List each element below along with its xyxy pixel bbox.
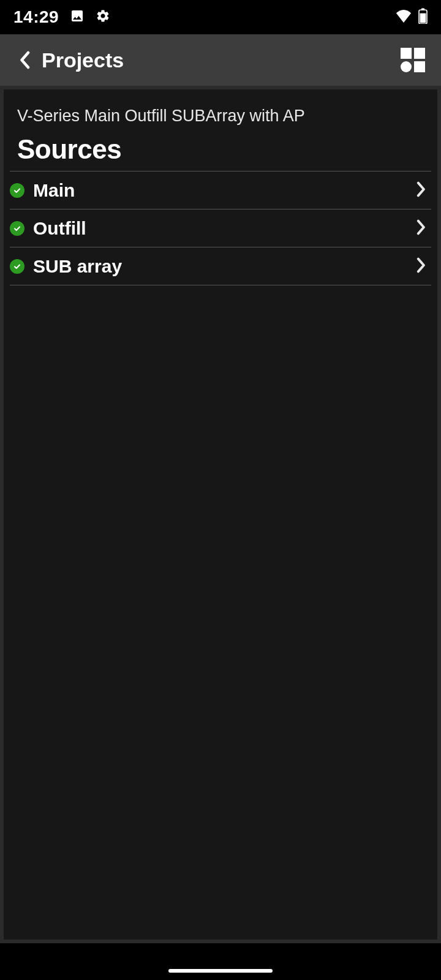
source-item-label: Main	[33, 180, 417, 201]
divider	[10, 285, 431, 285]
check-icon	[10, 221, 24, 236]
system-nav-bar	[0, 943, 441, 980]
source-item-sub-array[interactable]: SUB array	[4, 247, 437, 285]
status-time: 14:29	[13, 7, 59, 27]
image-icon	[70, 9, 85, 26]
home-indicator[interactable]	[168, 969, 273, 973]
grid-circle-icon	[401, 61, 412, 72]
grid-square-icon	[401, 48, 412, 59]
app-bar: Projects	[0, 34, 441, 86]
wifi-icon	[395, 9, 412, 25]
source-item-label: Outfill	[33, 218, 417, 239]
project-subtitle: V-Series Main Outfill SUBArray with AP	[4, 107, 437, 134]
check-icon	[10, 183, 24, 198]
grid-view-button[interactable]	[401, 48, 425, 72]
battery-icon	[418, 8, 428, 26]
grid-square-icon	[414, 61, 425, 72]
grid-square-icon	[414, 48, 425, 59]
content-wrap: V-Series Main Outfill SUBArray with AP S…	[0, 86, 441, 943]
check-icon	[10, 259, 24, 274]
svg-rect-2	[420, 13, 426, 23]
content-panel: V-Series Main Outfill SUBArray with AP S…	[4, 89, 437, 940]
source-item-outfill[interactable]: Outfill	[4, 209, 437, 247]
gear-icon	[96, 9, 110, 26]
section-heading: Sources	[4, 134, 437, 171]
back-button[interactable]	[12, 48, 37, 72]
source-item-main[interactable]: Main	[4, 172, 437, 209]
appbar-title: Projects	[42, 48, 401, 72]
chevron-right-icon	[417, 181, 426, 200]
chevron-left-icon	[19, 51, 30, 69]
svg-rect-1	[421, 9, 424, 10]
status-bar: 14:29	[0, 0, 441, 34]
chevron-right-icon	[417, 219, 426, 238]
source-item-label: SUB array	[33, 256, 417, 277]
chevron-right-icon	[417, 257, 426, 276]
